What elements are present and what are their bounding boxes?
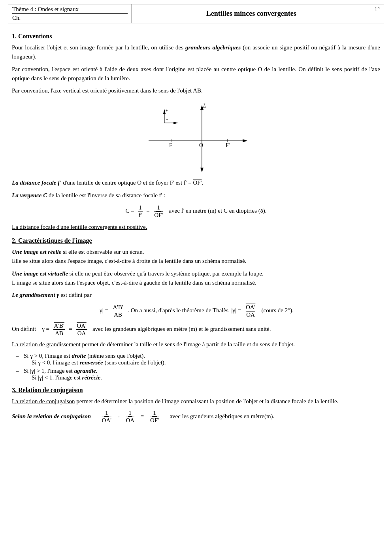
diagram-svg: F O F' L + + <box>141 101 251 172</box>
vergence-text: avec f' en mètre (m) et C en dioptries (… <box>169 208 266 214</box>
section3-title: 3. Relation de conjugaison <box>12 387 380 394</box>
s1-para2: Par convention, l'espace est orienté à l… <box>12 65 380 83</box>
grandissement-text: . On a aussi, d'après le théorème de Tha… <box>128 307 228 313</box>
section2-title: 2. Caractéristiques de l'image <box>12 237 380 244</box>
s2-reelle: Une image est réelle si elle est observa… <box>12 247 380 266</box>
chapter-text: Ch. <box>12 15 128 21</box>
frac-OA: OA' OA <box>245 304 256 318</box>
optics-diagram: F O F' L + + <box>12 101 380 172</box>
header-right: 1° <box>371 4 384 23</box>
conjugaison-label: Selon la relation de conjugaison <box>12 412 91 421</box>
frac-AB2: A'B' AB <box>53 322 65 337</box>
header-title: Lentilles minces convergentes <box>206 9 296 18</box>
bullet-item-2: Si |γ| > 1, l'image est agrandie. Si |γ|… <box>24 368 380 381</box>
courses-text: (cours de 2°). <box>262 307 294 313</box>
theme-line: Thème 4 : Ondes et signaux <box>12 6 128 14</box>
frac-AB: A'B' AB <box>112 304 124 318</box>
grandissement-formula: |γ| = A'B' AB . On a aussi, d'après le t… <box>12 304 380 318</box>
svg-text:O: O <box>199 142 203 148</box>
frac-1-f: 1 f' <box>138 204 143 219</box>
focal-def: La distance focale f' d'une lentille de … <box>12 178 380 187</box>
header-left: Thème 4 : Ondes et signaux Ch. <box>8 4 132 23</box>
frac-1-OF: 1 OF' <box>153 204 164 219</box>
conjugaison-formula-line: Selon la relation de conjugaison 1 OA' -… <box>12 409 380 424</box>
s1-para1: Pour localiser l'objet et son image form… <box>12 43 380 62</box>
content: 1. Conventions Pour localiser l'objet et… <box>0 23 392 431</box>
s3-formula-text: avec les grandeurs algébriques en mètre(… <box>170 412 274 421</box>
vergence-formula: C = 1 f' = 1 OF' avec f' en mètre (m) et… <box>12 204 380 219</box>
grade-text: 1° <box>375 6 380 13</box>
svg-text:+: + <box>166 108 168 113</box>
bullet-item-1: Si γ > 0, l'image est droite (même sens … <box>24 353 380 366</box>
page: Thème 4 : Ondes et signaux Ch. Lentilles… <box>0 4 392 555</box>
svg-marker-13 <box>173 122 178 124</box>
svg-text:F: F <box>169 142 172 148</box>
s2-virtuelle: Une image est virtuelle si elle ne peut … <box>12 269 380 288</box>
theme-text: Thème 4 : Ondes et signaux <box>12 6 79 12</box>
bold-italic-grandeurs: grandeurs algébriques <box>185 44 241 51</box>
svg-text:L: L <box>203 103 206 109</box>
bullet-list: Si γ > 0, l'image est droite (même sens … <box>12 353 380 381</box>
frac-OA2-conj: 1 OA <box>125 409 135 424</box>
s3-para1: La relation de conjugaison permet de dét… <box>12 397 380 406</box>
vergence-def: La vergence C de la lentille est l'inver… <box>12 191 380 200</box>
frac-OA2: OA' OA <box>76 322 87 337</box>
svg-text:F': F' <box>226 142 230 148</box>
svg-marker-4 <box>200 168 204 172</box>
grandissement-def-text: avec les grandeurs algébriques en mètre … <box>92 326 271 332</box>
convergente-text: La distance focale d'une lentille conver… <box>12 223 380 232</box>
grandissement-relation: La relation de grandissement permet de d… <box>12 340 380 349</box>
s1-para3: Par convention, l'axe vertical est orien… <box>12 86 380 95</box>
frac-OF-conj: 1 OF' <box>149 409 160 424</box>
header: Thème 4 : Ondes et signaux Ch. Lentilles… <box>8 4 384 23</box>
grandissement-def: On définit γ = A'B' AB = OA' OA avec les… <box>12 322 380 337</box>
section1-title: 1. Conventions <box>12 33 380 40</box>
frac-OA-conj: 1 OA' <box>101 409 112 424</box>
svg-marker-1 <box>243 139 247 142</box>
header-center: Lentilles minces convergentes <box>132 4 371 23</box>
grandissement-intro: Le grandissement γ est défini par <box>12 291 380 300</box>
svg-text:+: + <box>166 117 168 122</box>
